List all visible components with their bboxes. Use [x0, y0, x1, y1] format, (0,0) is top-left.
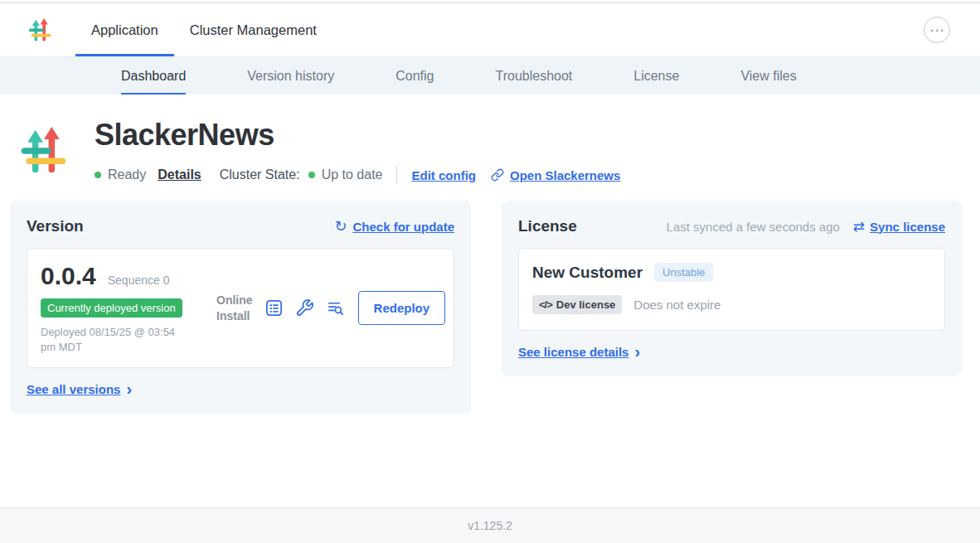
deployed-timestamp: Deployed 08/15/25 @ 03:54 pm MDT	[41, 325, 216, 354]
subtab-license[interactable]: License	[633, 57, 679, 95]
sync-license-link[interactable]: Sync license	[870, 220, 945, 234]
code-icon: </>	[539, 298, 552, 311]
app-hero: SlackerNews Ready Details Cluster State:…	[0, 95, 980, 184]
refresh-icon: ↻	[334, 219, 347, 234]
sequence-label: Sequence 0	[108, 274, 170, 287]
check-for-update-link[interactable]: ↻ Check for update	[334, 219, 454, 234]
tab-cluster-management[interactable]: Cluster Management	[174, 3, 332, 56]
cluster-state-value: Up to date	[322, 167, 383, 182]
deployed-status-badge: Currently deployed version	[41, 298, 182, 318]
more-menu-button[interactable]: ⋯	[924, 17, 950, 43]
app-subnav: Dashboard Version history Config Trouble…	[0, 56, 980, 95]
ellipsis-icon: ⋯	[930, 23, 944, 37]
sync-icon: ⇄	[853, 220, 865, 234]
license-card: License Last synced a few seconds ago ⇄ …	[502, 201, 962, 376]
cluster-status-dot	[308, 172, 315, 178]
status-details-link[interactable]: Details	[158, 167, 201, 182]
preflight-checks-icon[interactable]	[264, 298, 284, 318]
status-row: Ready Details Cluster State: Up to date …	[95, 166, 620, 184]
install-type-label: Online Install	[216, 293, 253, 322]
chevron-right-icon: ›	[126, 381, 132, 396]
last-synced-label: Last synced a few seconds ago	[667, 220, 840, 234]
current-version-panel: 0.0.4 Sequence 0 Currently deployed vers…	[27, 248, 454, 368]
dashboard-cards: Version ↻ Check for update 0.0.4 Sequenc…	[0, 201, 980, 414]
ready-status-dot	[95, 172, 101, 178]
subtab-version-history[interactable]: Version history	[247, 57, 334, 95]
version-card-title: Version	[27, 217, 84, 235]
external-link-icon	[491, 168, 504, 182]
view-logs-icon[interactable]	[326, 298, 345, 318]
header-tabs: Application Cluster Management	[75, 3, 332, 56]
subtab-troubleshoot[interactable]: Troubleshoot	[495, 57, 572, 95]
license-panel: New Customer Unstable </> Dev license Do…	[518, 248, 945, 331]
version-card: Version ↻ Check for update 0.0.4 Sequenc…	[10, 201, 471, 414]
tab-application[interactable]: Application	[75, 3, 174, 56]
config-wrench-icon[interactable]	[295, 298, 314, 318]
see-license-details-link[interactable]: See license details ›	[518, 344, 640, 359]
license-type-badge: </> Dev license	[532, 295, 622, 314]
ready-status-label: Ready	[108, 167, 146, 182]
page: Application Cluster Management ⋯ Dashboa…	[0, 0, 980, 543]
edit-config-link[interactable]: Edit config	[411, 168, 476, 182]
customer-name: New Customer	[532, 264, 643, 282]
subtab-view-files[interactable]: View files	[740, 57, 796, 95]
see-all-versions-link[interactable]: See all versions ›	[27, 381, 132, 396]
license-card-title: License	[518, 217, 577, 235]
console-version-label: v1.125.2	[468, 519, 512, 532]
subtab-config[interactable]: Config	[395, 57, 434, 95]
expiry-label: Does not expire	[633, 298, 720, 312]
console-footer: v1.125.2	[0, 507, 980, 543]
redeploy-button[interactable]: Redeploy	[358, 291, 446, 325]
cluster-state-label: Cluster State:	[220, 167, 300, 182]
subtab-dashboard[interactable]: Dashboard	[121, 57, 186, 95]
chevron-right-icon: ›	[634, 344, 640, 359]
open-app-link[interactable]: Open Slackernews	[510, 168, 620, 182]
channel-badge: Unstable	[654, 263, 713, 282]
app-logo-icon	[18, 119, 68, 181]
vertical-divider	[396, 166, 397, 184]
slackernews-logo-icon	[27, 14, 52, 46]
page-title: SlackerNews	[95, 118, 620, 153]
version-number: 0.0.4	[41, 262, 96, 290]
app-header: Application Cluster Management ⋯	[0, 3, 980, 56]
